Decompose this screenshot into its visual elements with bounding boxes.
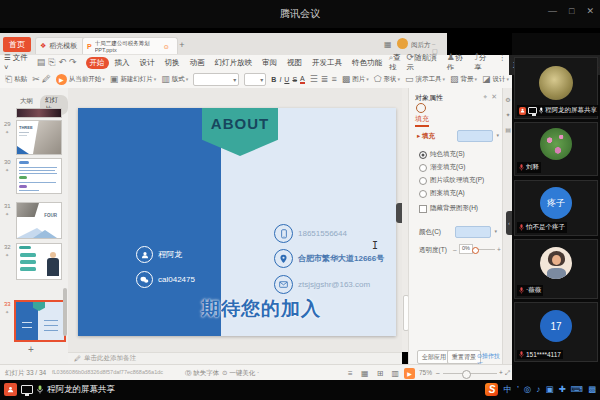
participant-tile-sharer[interactable]: 程阿龙的屏幕共享 xyxy=(514,57,598,119)
doc-sync-icon[interactable]: ⊙ xyxy=(164,43,169,50)
slider-handle[interactable] xyxy=(472,247,479,254)
italic-button[interactable]: I xyxy=(279,76,281,83)
thumbnail-28-partial[interactable] xyxy=(16,108,62,118)
apply-all-button[interactable]: 全部应用 xyxy=(417,350,451,364)
option-hide-background[interactable]: 隐藏背景图形(H) xyxy=(419,204,478,213)
background-button[interactable]: ▨ 背景 xyxy=(450,75,477,84)
numbered-list-icon[interactable]: ≣ xyxy=(321,75,329,84)
design-button[interactable]: ◪ 设计 xyxy=(482,75,509,84)
transparency-minus[interactable]: – xyxy=(453,246,457,253)
save-icon[interactable]: ▤ xyxy=(37,58,46,67)
pane-collapse-handle[interactable] xyxy=(396,203,402,223)
slide-canvas[interactable]: ABOUT 程阿龙 cal042475 18651556644 xyxy=(68,88,402,352)
ime-chinese-icon[interactable]: 中 xyxy=(503,383,512,396)
print-icon[interactable]: ⎘ xyxy=(48,58,55,67)
ime-keyboard-icon[interactable]: ⌨ xyxy=(571,383,583,396)
ime-emoji-icon[interactable]: ◎ xyxy=(524,383,531,396)
pin-icon[interactable]: ⌖ xyxy=(483,93,487,101)
thumbnail-30[interactable] xyxy=(16,158,62,194)
fill-tab[interactable]: 填充 xyxy=(415,114,429,127)
fill-preview-swatch[interactable] xyxy=(457,130,493,142)
thumbnail-29[interactable]: THREE xyxy=(16,120,62,155)
paste-button[interactable]: ⎗ 粘贴 xyxy=(5,75,27,84)
view-mode-icons[interactable]: ≡ ▦ ⊞ ▥ xyxy=(348,369,402,378)
play-from-current-button[interactable]: ▶ 从当前开始 xyxy=(56,74,105,85)
tab-design[interactable]: 设计 xyxy=(136,57,159,69)
option-pattern-fill[interactable]: 图案填充(A) xyxy=(419,189,465,198)
cut-icon[interactable]: ✂ xyxy=(32,75,40,84)
shape-button[interactable]: ⬠ 形状 xyxy=(374,75,400,84)
ime-toolbox-icon[interactable]: ▩ xyxy=(588,383,596,396)
restore-icon[interactable]: □ xyxy=(569,6,574,16)
format-painter-icon[interactable]: 🖉 xyxy=(42,75,51,84)
option-gradient-fill[interactable]: 渐变填充(G) xyxy=(419,163,465,172)
tab-home[interactable]: 开始 xyxy=(86,57,109,69)
thumbnail-31[interactable]: FOUR xyxy=(16,202,62,239)
close-pane-icon[interactable]: ✕ xyxy=(491,93,497,101)
ime-medical-icon[interactable]: ✚ xyxy=(559,383,566,396)
user-avatar[interactable] xyxy=(397,38,408,49)
ime-punct-icon[interactable]: ’ xyxy=(517,383,519,396)
tab-features[interactable]: 特色功能 xyxy=(348,57,386,69)
participant-tile[interactable]: 17 151****4117 xyxy=(514,302,598,362)
wps-home-button[interactable]: 首页 xyxy=(3,37,31,52)
font-size-select[interactable]: ▾ xyxy=(244,73,266,86)
bold-button[interactable]: B xyxy=(271,76,276,83)
tab-view[interactable]: 视图 xyxy=(283,57,306,69)
fill-section-header[interactable]: ▸ 填充 xyxy=(417,132,435,141)
redo-icon[interactable]: ↷ xyxy=(69,58,77,67)
tab-slideshow[interactable]: 幻灯片放映 xyxy=(211,57,257,69)
fit-window-icon[interactable]: ⤢ xyxy=(505,369,510,377)
beautify-button[interactable]: ⊙ 一键美化 · xyxy=(222,369,259,378)
zoom-slider-handle[interactable] xyxy=(462,370,471,379)
align-icon[interactable]: ≡ xyxy=(331,75,336,84)
sogou-logo-icon[interactable]: S xyxy=(485,383,498,396)
animation-pane-icon[interactable]: ✦ xyxy=(505,111,511,118)
rail-collapse-handle[interactable]: ‹ xyxy=(506,211,512,235)
panel-scrollbar[interactable] xyxy=(63,88,67,364)
minimize-icon[interactable]: — xyxy=(548,6,557,16)
participant-tile[interactable]: 刘释 xyxy=(514,122,598,176)
font-color-icon[interactable]: A xyxy=(300,75,305,84)
tab-review[interactable]: 审阅 xyxy=(258,57,281,69)
tab-insert[interactable]: 插入 xyxy=(111,57,134,69)
thumbnail-33-selected[interactable] xyxy=(14,300,66,342)
selection-pane-icon[interactable]: ▤ xyxy=(505,126,511,133)
zoom-level[interactable]: 75% xyxy=(419,369,432,376)
underline-button[interactable]: U xyxy=(284,76,289,83)
font-select[interactable]: ▾ xyxy=(193,73,239,86)
picture-button[interactable]: ▩ 图片 xyxy=(342,75,369,84)
present-tools-button[interactable]: ▭ 演示工具 xyxy=(405,75,445,84)
thumbnail-32[interactable] xyxy=(16,243,62,280)
current-slide[interactable]: ABOUT 程阿龙 cal042475 18651556644 xyxy=(78,108,396,336)
transparency-value[interactable]: 0% xyxy=(459,244,473,254)
bullet-list-icon[interactable]: ☰ xyxy=(310,75,318,84)
close-icon[interactable]: ✕ xyxy=(586,6,594,16)
apps-grid-icon[interactable]: ▦ xyxy=(384,40,392,49)
missing-font-notice[interactable]: Ⓓ 缺失字体 xyxy=(185,369,219,378)
ime-skin-icon[interactable]: ▣ xyxy=(546,383,554,396)
transparency-plus[interactable]: + xyxy=(497,246,501,253)
new-slide-button[interactable]: ▣ 新建幻灯片 xyxy=(110,75,157,84)
participant-tile[interactable]: 疼子 怕不是个疼子 xyxy=(514,180,598,236)
document-tab[interactable]: P 十局三建公司税务筹划PPT.pptx ⊙ xyxy=(82,37,178,54)
participant-tile[interactable]: ·薇薇 xyxy=(514,239,598,299)
zoom-in-icon[interactable]: + xyxy=(499,369,503,376)
slideshow-play-button[interactable]: ▶ xyxy=(404,368,415,379)
notes-bar[interactable]: 🖉 单击此处添加备注 xyxy=(68,352,402,364)
tab-devtools[interactable]: 开发工具 xyxy=(308,57,346,69)
strike-button[interactable]: S xyxy=(292,76,297,83)
option-solid-fill[interactable]: 纯色填充(S) xyxy=(419,150,465,159)
reset-background-button[interactable]: 重置背景 xyxy=(447,350,481,364)
layout-button[interactable]: ▥ 版式 xyxy=(161,75,188,84)
tab-transition[interactable]: 切换 xyxy=(161,57,184,69)
option-picture-fill[interactable]: 图片或纹理填充(P) xyxy=(419,176,484,185)
zoom-out-icon[interactable]: – xyxy=(436,369,440,376)
ime-voice-icon[interactable]: ♪ xyxy=(536,383,540,396)
tab-animation[interactable]: 动画 xyxy=(186,57,209,69)
add-slide-button[interactable]: + xyxy=(28,344,34,355)
new-tab-button[interactable]: + xyxy=(173,37,191,53)
color-swatch[interactable] xyxy=(455,226,491,238)
undo-icon[interactable]: ↶ xyxy=(58,58,66,67)
docer-tab[interactable]: ❖ 稻壳模板 xyxy=(35,37,87,54)
